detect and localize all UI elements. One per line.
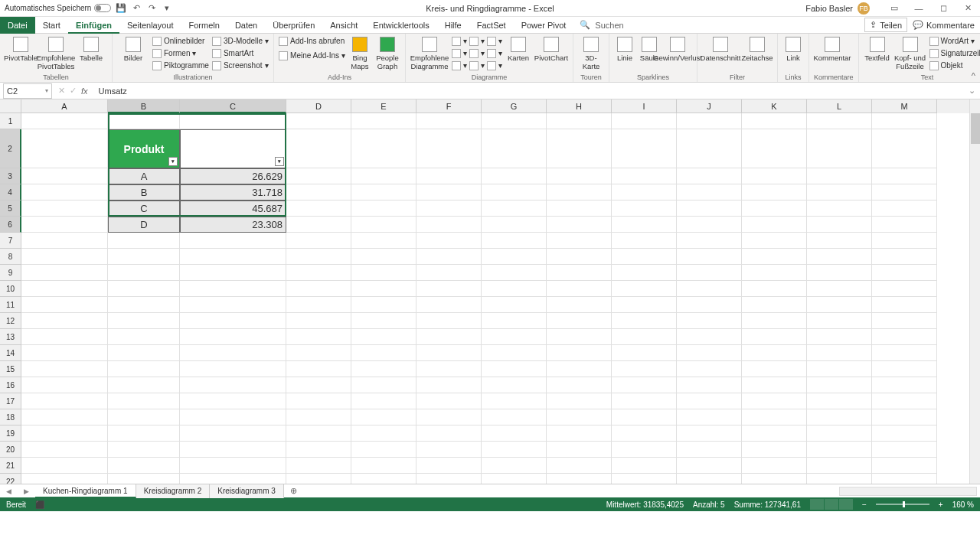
cell-M15[interactable] [872,361,937,377]
cell-M12[interactable] [872,313,937,329]
cell-F21[interactable] [416,458,482,474]
cell-K2[interactable] [742,129,807,168]
cell-D22[interactable] [286,474,351,484]
cell-B20[interactable] [108,442,180,458]
cell-E13[interactable] [351,329,416,345]
cell-J13[interactable] [677,329,742,345]
macro-record-icon[interactable]: ⬛ [35,500,44,509]
cell-C11[interactable] [180,297,286,313]
filter-button-C[interactable]: ▾ [275,157,284,166]
cell-M5[interactable] [872,201,937,217]
screenshot-button[interactable]: Screenshot ▾ [212,60,269,71]
cell-E3[interactable] [351,168,416,184]
cell-L15[interactable] [807,361,872,377]
formula-input[interactable]: Umsatz [94,86,964,96]
cell-G8[interactable] [482,249,547,265]
cell-E17[interactable] [351,393,416,409]
cell-G10[interactable] [482,281,547,297]
cell-L9[interactable] [807,265,872,281]
cell-D10[interactable] [286,281,351,297]
cell-F15[interactable] [416,361,482,377]
cell-C15[interactable] [180,361,286,377]
cell-F10[interactable] [416,281,482,297]
cell-D19[interactable] [286,425,351,442]
row-header-6[interactable]: 6 [0,217,21,233]
enter-formula-icon[interactable]: ✓ [70,86,77,96]
cell-L11[interactable] [807,297,872,313]
cell-B21[interactable] [108,458,180,474]
cell-E10[interactable] [351,281,416,297]
cell-L14[interactable] [807,345,872,361]
cell-M4[interactable] [872,184,937,201]
cell-G16[interactable] [482,377,547,393]
cell-G11[interactable] [482,297,547,313]
cell-C10[interactable] [180,281,286,297]
cell-I17[interactable] [612,393,677,409]
cell-L22[interactable] [807,474,872,484]
cell-J12[interactable] [677,313,742,329]
cell-H10[interactable] [547,281,612,297]
cell-I18[interactable] [612,409,677,425]
cell-D2[interactable] [286,129,351,168]
cell-H13[interactable] [547,329,612,345]
cell-B15[interactable] [108,361,180,377]
textfeld-button[interactable]: Textfeld [864,35,891,62]
cell-I14[interactable] [612,345,677,361]
cell-K16[interactable] [742,377,807,393]
cell-K7[interactable] [742,233,807,249]
cell-B22[interactable] [108,474,180,484]
view-pagelayout-icon[interactable] [825,499,838,510]
row-header-20[interactable]: 20 [0,442,21,458]
cell-M20[interactable] [872,442,937,458]
cell-H21[interactable] [547,458,612,474]
cell-J4[interactable] [677,184,742,201]
cell-F8[interactable] [416,249,482,265]
cell-K19[interactable] [742,425,807,442]
meine-addins-button[interactable]: Meine Add-Ins ▾ [279,50,345,61]
people-graph-button[interactable]: People Graph [374,35,400,70]
cell-J10[interactable] [677,281,742,297]
sheet-nav-next-icon[interactable]: ▶ [18,487,35,495]
row-header-13[interactable]: 13 [0,329,21,345]
tab-file[interactable]: Datei [0,17,35,34]
autosave-toggle[interactable]: Automatisches Speichern [5,4,111,12]
cell-A22[interactable] [21,474,108,484]
cell-A1[interactable] [21,113,108,129]
sheet-tab-1[interactable]: Kuchen-Ringdiagramm 1 [35,484,136,498]
cell-E7[interactable] [351,233,416,249]
cell-F3[interactable] [416,168,482,184]
cell-E21[interactable] [351,458,416,474]
cell-I7[interactable] [612,233,677,249]
fx-icon[interactable]: fx [81,86,88,96]
spark-gv-button[interactable]: Gewinn/Verlust [663,35,692,62]
cell-M22[interactable] [872,474,937,484]
row-header-8[interactable]: 8 [0,249,21,265]
3dmodelle-button[interactable]: 3D-Modelle ▾ [212,35,269,47]
cell-C13[interactable] [180,329,286,345]
tab-daten[interactable]: Daten [227,17,265,34]
tab-seitenlayout[interactable]: Seitenlayout [119,17,181,34]
cell-K18[interactable] [742,409,807,425]
cell-C4[interactable]: 31.718 [180,184,286,201]
cell-B10[interactable] [108,281,180,297]
tab-factset[interactable]: FactSet [469,17,514,34]
cell-K10[interactable] [742,281,807,297]
column-header-J[interactable]: J [677,99,742,113]
cell-L2[interactable] [807,129,872,168]
cell-J8[interactable] [677,249,742,265]
cell-I21[interactable] [612,458,677,474]
pivottable-button[interactable]: PivotTable [5,35,37,62]
column-header-C[interactable]: C [180,99,286,113]
cell-M1[interactable] [872,113,937,129]
chevron-down-icon[interactable]: ▾ [45,87,48,94]
cell-H8[interactable] [547,249,612,265]
cell-L10[interactable] [807,281,872,297]
cell-E5[interactable] [351,201,416,217]
cell-M3[interactable] [872,168,937,184]
cell-E12[interactable] [351,313,416,329]
cell-D8[interactable] [286,249,351,265]
row-header-22[interactable]: 22 [0,474,21,484]
cell-L13[interactable] [807,329,872,345]
cell-C7[interactable] [180,233,286,249]
cell-K9[interactable] [742,265,807,281]
